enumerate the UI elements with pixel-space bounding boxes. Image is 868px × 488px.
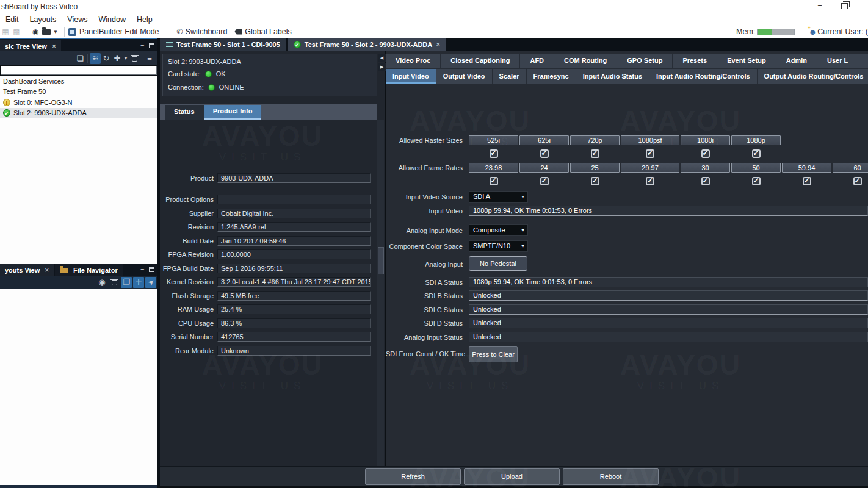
rate-2997-button[interactable]: 29.97: [621, 163, 679, 173]
tab-scaler[interactable]: Scaler: [493, 69, 527, 84]
rate-30-checkbox[interactable]: [701, 177, 710, 185]
add-icon[interactable]: ✚: [112, 53, 123, 64]
rate-5994-checkbox[interactable]: [803, 177, 811, 185]
raster-1080p-button[interactable]: 1080p: [731, 135, 781, 145]
tab-product-info[interactable]: Product Info: [204, 105, 262, 120]
signal-filter-icon[interactable]: ≋: [90, 53, 101, 64]
tab-video-proc[interactable]: Video Proc: [386, 54, 441, 68]
global-labels-button[interactable]: Global Labels: [245, 27, 291, 36]
tab-input-video[interactable]: Input Video: [386, 69, 436, 84]
close-icon[interactable]: ×: [45, 266, 49, 274]
tree-item-dashboard-services[interactable]: DashBoard Services: [0, 76, 157, 87]
refresh-icon[interactable]: ↻: [101, 53, 112, 64]
tab-input-audio-status[interactable]: Input Audio Status: [576, 69, 649, 84]
rate-2398-button[interactable]: 23.98: [469, 163, 518, 173]
tab-output-audio-routing[interactable]: Output Audio Routing/Controls: [758, 69, 868, 84]
rate-30-button[interactable]: 30: [681, 163, 730, 173]
tab-framesync[interactable]: Framesync: [527, 69, 576, 84]
menu-window[interactable]: Window: [93, 15, 131, 24]
analog-input-mode-select[interactable]: Composite ▼: [469, 224, 528, 236]
menu-help[interactable]: Help: [131, 15, 158, 24]
switchboard-button[interactable]: Switchboard: [186, 27, 228, 36]
chevron-down-icon[interactable]: ▼: [123, 53, 129, 64]
save-icon[interactable]: ▦: [0, 27, 11, 37]
raster-525i-button[interactable]: 525i: [469, 135, 518, 145]
tab-com-routing[interactable]: COM Routing: [554, 54, 617, 68]
tab-input-audio-routing[interactable]: Input Audio Routing/Controls: [649, 69, 758, 84]
tab-slot2-9903[interactable]: ✓ Test Frame 50 - Slot 2 - 9903-UDX-ADDA…: [288, 38, 446, 51]
expand-icon[interactable]: ✛: [133, 277, 144, 288]
rate-50-button[interactable]: 50: [731, 163, 781, 173]
rate-24-checkbox[interactable]: [540, 177, 549, 185]
component-color-space-select[interactable]: SMPTE/N10 ▼: [469, 240, 528, 252]
raster-1080i-checkbox[interactable]: [701, 149, 710, 158]
tree-item-test-frame-50[interactable]: Test Frame 50: [0, 87, 157, 98]
new-window-icon[interactable]: ❏: [74, 53, 85, 64]
rate-5994-button[interactable]: 59.94: [782, 163, 831, 173]
raster-1080psf-button[interactable]: 1080psf: [621, 135, 679, 145]
no-pedestal-button[interactable]: No Pedestal: [469, 256, 527, 271]
scrollbar-thumb[interactable]: [378, 247, 384, 274]
raster-720p-checkbox[interactable]: [591, 149, 599, 158]
delete-icon[interactable]: [109, 277, 120, 288]
tab-tree-view[interactable]: sic Tree View ×: [0, 40, 61, 52]
tab-admin[interactable]: Admin: [776, 54, 817, 68]
input-video-source-select[interactable]: SDI A ▼: [469, 191, 528, 203]
raster-1080p-checkbox[interactable]: [752, 149, 761, 158]
tree-filter-input[interactable]: [1, 66, 157, 75]
panel-maximize-icon[interactable]: [149, 267, 154, 272]
copy-icon[interactable]: ▩: [11, 27, 22, 37]
tab-closed-captioning[interactable]: Closed Captioning: [441, 54, 520, 68]
raster-1080psf-checkbox[interactable]: [646, 149, 654, 158]
raster-625i-button[interactable]: 625i: [519, 135, 569, 145]
tree-item-slot0[interactable]: ! Slot 0: MFC-OG3-N: [0, 97, 157, 108]
tab-file-navigator[interactable]: File Navigator: [55, 264, 123, 276]
tab-status[interactable]: Status: [165, 105, 204, 120]
minimize-button[interactable]: −: [812, 1, 828, 12]
upload-button[interactable]: Upload: [464, 468, 560, 485]
rate-25-button[interactable]: 25: [570, 163, 620, 173]
rate-25-checkbox[interactable]: [591, 177, 599, 185]
rate-24-button[interactable]: 24: [519, 163, 569, 173]
rate-60-checkbox[interactable]: [853, 177, 862, 185]
tab-presets[interactable]: Presets: [673, 54, 717, 68]
tab-afd[interactable]: AFD: [520, 54, 554, 68]
delete-icon[interactable]: [129, 53, 140, 64]
panelbuilder-edit-mode-button[interactable]: PanelBuilder Edit Mode: [79, 27, 159, 36]
panel-maximize-icon[interactable]: [149, 43, 154, 48]
menu-edit[interactable]: Edit: [0, 15, 24, 24]
raster-625i-checkbox[interactable]: [540, 149, 549, 158]
collapse-right-arrow[interactable]: ▶: [378, 63, 386, 71]
rate-60-button[interactable]: 60: [833, 163, 868, 173]
tab-layouts-view[interactable]: youts View ×: [0, 264, 54, 276]
pin-icon[interactable]: ➤: [145, 277, 156, 288]
snapshot-icon[interactable]: ◉: [30, 27, 41, 37]
reboot-button[interactable]: Reboot: [563, 468, 659, 485]
tab-gpo-setup[interactable]: GPO Setup: [617, 54, 673, 68]
window-icon[interactable]: ❐: [121, 277, 132, 288]
collapse-left-arrow[interactable]: ◀: [378, 54, 386, 62]
rate-50-checkbox[interactable]: [752, 177, 761, 185]
menu-layouts[interactable]: Layouts: [24, 15, 62, 24]
raster-720p-button[interactable]: 720p: [570, 135, 620, 145]
tab-user-log[interactable]: User L: [817, 54, 858, 68]
tab-slot1-cdi9005[interactable]: Test Frame 50 - Slot 1 - CDI-9005: [160, 38, 286, 51]
list-view-icon[interactable]: ≡: [144, 53, 155, 64]
raster-1080i-button[interactable]: 1080i: [681, 135, 730, 145]
tab-output-video[interactable]: Output Video: [436, 69, 493, 84]
refresh-button[interactable]: Refresh: [365, 468, 461, 485]
menu-views[interactable]: Views: [62, 15, 93, 24]
device-panel-scrollbar[interactable]: [377, 120, 384, 466]
rate-2398-checkbox[interactable]: [490, 177, 498, 185]
open-folder-icon[interactable]: [41, 27, 52, 37]
raster-525i-checkbox[interactable]: [490, 149, 498, 158]
tab-event-setup[interactable]: Event Setup: [717, 54, 776, 68]
chevron-down-icon[interactable]: ▼: [53, 29, 58, 35]
close-icon[interactable]: ×: [52, 42, 56, 51]
snapshot-icon[interactable]: ◉: [96, 277, 107, 288]
rate-2997-checkbox[interactable]: [646, 177, 654, 185]
press-to-clear-button[interactable]: Press to Clear: [469, 346, 518, 362]
close-icon[interactable]: ×: [436, 40, 440, 49]
maximize-button[interactable]: [841, 3, 848, 9]
panel-minimize-icon[interactable]: −: [140, 266, 144, 272]
